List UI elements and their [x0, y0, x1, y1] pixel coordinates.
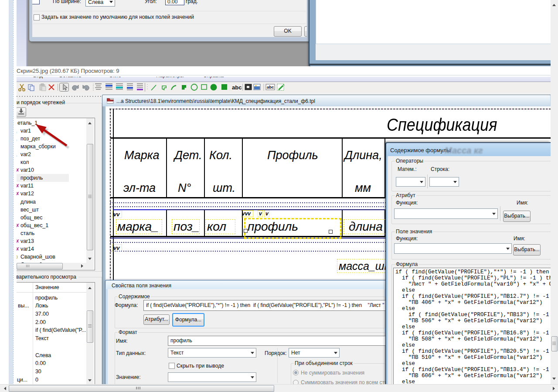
- svg-text:abc: abc: [232, 84, 242, 91]
- svg-text:abc: abc: [267, 85, 274, 89]
